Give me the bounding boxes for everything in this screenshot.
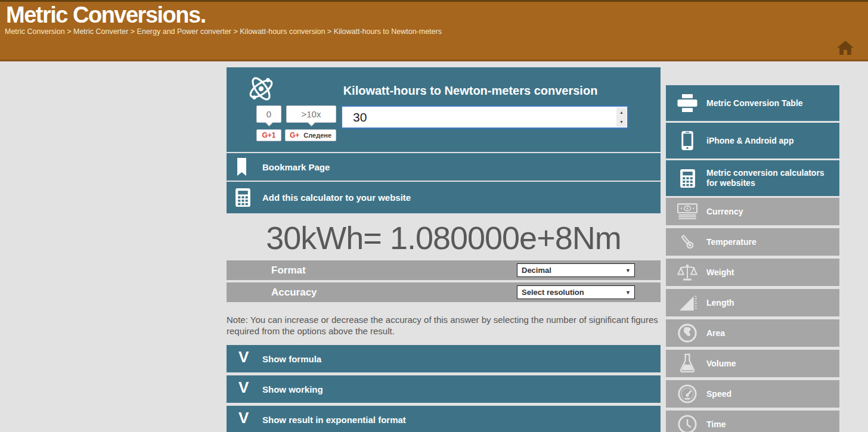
show-formula-label: Show formula — [262, 354, 321, 364]
phone-icon — [674, 130, 700, 151]
thermometer-icon — [674, 232, 700, 251]
chevron-expand-icon: V — [238, 409, 249, 427]
sidebar-item-label: Speed — [706, 389, 736, 399]
show-working-label: Show working — [262, 384, 323, 394]
value-input[interactable] — [342, 107, 616, 128]
sidebar-item-temperature[interactable]: Temperature — [666, 228, 839, 256]
format-label: Format — [271, 265, 306, 276]
bookmark-label: Bookmark Page — [262, 162, 330, 172]
sidebar-item-weight[interactable]: Weight — [666, 259, 839, 286]
format-row: Format Decimal ▼ — [227, 260, 661, 280]
clock-icon — [674, 414, 700, 432]
sidebar-item-label: Time — [706, 419, 730, 430]
add-calculator-button[interactable]: Add this calculator to your website — [227, 182, 661, 213]
sidebar-item-speed[interactable]: Speed — [666, 380, 839, 408]
accuracy-row: Accuracy Select resolution ▼ — [227, 282, 661, 302]
gplus-follow-button[interactable]: G+ Следене — [285, 129, 336, 141]
site-logo[interactable]: Metric Conversions. — [6, 2, 206, 28]
accuracy-select[interactable]: Select resolution ▼ — [517, 285, 635, 299]
sidebar-item-metric-conversion-table[interactable]: Metric Conversion Table — [666, 85, 839, 121]
chevron-down-icon: ▼ — [625, 290, 631, 296]
speedometer-icon — [674, 384, 700, 404]
conversion-result: 30kWh= 1.080000e+8Nm — [227, 215, 661, 260]
format-select[interactable]: Decimal ▼ — [517, 263, 635, 277]
value-input-wrap: ▲ ▼ — [341, 105, 628, 129]
gplus-count-bubble: 0 — [256, 105, 281, 123]
sidebar-item-label: Metric Conversion Table — [706, 98, 808, 108]
chevron-expand-icon: V — [238, 348, 249, 366]
sidebar-item-label: Length — [706, 298, 739, 308]
format-value: Decimal — [522, 266, 551, 275]
accuracy-note: Note: You can increase or decrease the a… — [227, 314, 661, 337]
scales-icon — [674, 263, 700, 281]
sidebar-item-currency[interactable]: Currency — [666, 198, 839, 225]
gplus-logo: G+ — [290, 131, 299, 139]
input-spinner[interactable]: ▲ ▼ — [616, 107, 627, 127]
converter-panel: Kilowatt-hours to Newton-meters conversi… — [227, 67, 661, 152]
gplus-plusone-label: G+1 — [262, 131, 275, 139]
atom-icon — [246, 73, 276, 107]
sidebar-item-iphone-android-app[interactable]: iPhone & Android app — [666, 123, 839, 158]
show-working-button[interactable]: V Show working — [227, 375, 661, 403]
sidebar-item-area[interactable]: Area — [666, 319, 839, 347]
sidebar-item-length[interactable]: Length — [666, 289, 839, 316]
sidebar-item-time[interactable]: Time — [666, 411, 839, 432]
sidebar: Metric Conversion TableiPhone & Android … — [666, 85, 839, 432]
sidebar-item-label: Currency — [706, 207, 748, 217]
show-exponential-label: Show result in exponential format — [262, 415, 406, 425]
accuracy-label: Accuracy — [271, 287, 317, 299]
spinner-down-icon[interactable]: ▼ — [616, 117, 627, 128]
sidebar-item-label: Metric conversion calculators for websit… — [706, 168, 839, 188]
sidebar-item-metric-conversion-calculators-for-websites[interactable]: Metric conversion calculators for websit… — [666, 160, 839, 196]
chevron-expand-icon: V — [238, 378, 249, 397]
flask-icon — [674, 353, 700, 374]
bookmark-icon — [237, 158, 246, 176]
home-icon[interactable] — [836, 39, 854, 57]
sidebar-item-volume[interactable]: Volume — [666, 350, 839, 377]
gplus-follow-label: Следене — [303, 132, 331, 139]
gplus-share-bubble: >10x — [286, 105, 336, 123]
converter-main: Kilowatt-hours to Newton-meters conversi… — [227, 67, 661, 432]
globe-icon — [674, 323, 700, 343]
page: Metric Conversions. Metric Conversion > … — [0, 0, 868, 432]
chevron-down-icon: ▼ — [625, 268, 631, 274]
banknote-icon — [674, 203, 700, 220]
sidebar-item-label: Area — [706, 328, 730, 338]
ruler-icon — [674, 294, 700, 312]
sidebar-item-label: Temperature — [706, 237, 761, 247]
gplus-plusone-button[interactable]: G+1 — [256, 129, 281, 141]
show-exponential-button[interactable]: V Show result in exponential format — [227, 406, 661, 432]
breadcrumb[interactable]: Metric Conversion > Metric Converter > E… — [5, 27, 442, 36]
sidebar-item-label: Weight — [706, 268, 739, 278]
calculator-icon — [674, 169, 700, 188]
sidebar-item-label: iPhone & Android app — [706, 136, 798, 146]
header: Metric Conversions. Metric Conversion > … — [0, 0, 868, 61]
show-formula-button[interactable]: V Show formula — [227, 345, 661, 372]
printer-icon — [674, 94, 700, 112]
accuracy-value: Select resolution — [522, 288, 584, 297]
add-calculator-label: Add this calculator to your website — [262, 192, 411, 203]
sidebar-item-label: Volume — [706, 359, 741, 369]
page-title: Kilowatt-hours to Newton-meters conversi… — [292, 84, 649, 98]
bookmark-page-button[interactable]: Bookmark Page — [227, 153, 661, 181]
spinner-up-icon[interactable]: ▲ — [616, 107, 627, 117]
calculator-icon — [235, 188, 250, 207]
